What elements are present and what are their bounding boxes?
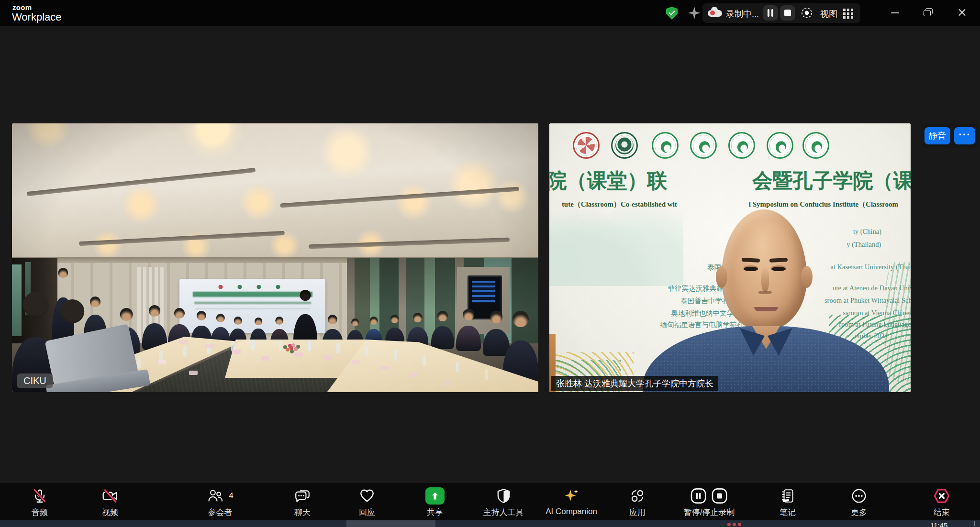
participant-name-label: CIKU — [17, 373, 53, 388]
participants-label: 参会者 — [208, 507, 233, 518]
apps-button[interactable]: 应用 — [629, 487, 646, 518]
participant-name-label: 张胜林 达沃雅典耀大学孔子学院中方院长 — [551, 376, 718, 391]
place-cards-decor — [261, 356, 269, 361]
confucius-institute-logo — [652, 132, 679, 159]
video-tile-conference-room[interactable]: CIKU — [12, 123, 538, 392]
close-button[interactable] — [953, 6, 972, 20]
chat-icon — [294, 487, 311, 505]
gallery-grid-icon[interactable] — [843, 9, 846, 11]
minimize-button[interactable] — [886, 6, 905, 20]
more-ellipsis-icon — [851, 487, 867, 505]
more-label: 更多 — [851, 507, 867, 518]
ai-companion-label: AI Companion — [546, 507, 597, 516]
reactions-label: 回应 — [359, 507, 375, 518]
banner-logo-row — [549, 132, 911, 161]
banner-date-right: ember 2024 — [855, 332, 888, 341]
record-indicator-icon[interactable] — [800, 6, 813, 20]
attendee — [431, 311, 454, 349]
banner-line-en: room at Fuxing Language and Chinese Clas… — [839, 320, 911, 329]
participants-icon — [207, 488, 224, 504]
video-tile-speaker[interactable]: 建孔子学院（课堂）联 会暨孔子学院（课堂）特色 tute（Classroom）C… — [549, 123, 911, 392]
speaker-mouth — [754, 307, 778, 311]
os-taskbar[interactable]: 11:45 — [0, 520, 980, 527]
participants-count-badge: 4 — [229, 491, 233, 501]
chat-button[interactable]: 聊天 — [294, 487, 311, 518]
university-logo-green — [611, 132, 638, 159]
audio-button[interactable]: 音频 — [32, 487, 48, 518]
maximize-button[interactable] — [919, 6, 938, 20]
banner-line-en: sroom at Phuket Wittayalai School (Thail… — [824, 296, 911, 306]
heart-reaction-icon — [359, 487, 375, 505]
participant-more-options-button[interactable]: ··· — [954, 127, 975, 144]
chat-label: 聊天 — [294, 507, 311, 518]
confucius-institute-logo — [767, 132, 793, 159]
video-button[interactable]: 视频 — [101, 487, 119, 518]
confucius-institute-logo — [802, 132, 829, 159]
share-button[interactable]: 共享 — [425, 487, 445, 518]
notes-label: 笔记 — [780, 507, 796, 518]
pause-recording-icon — [690, 487, 707, 505]
reactions-button[interactable]: 回应 — [359, 487, 375, 518]
banner-line-en: ute at Ateneo de Davao University(Philip… — [833, 284, 911, 293]
banner-title: 建孔子学院（课堂）联 会暨孔子学院（课堂）特色 — [549, 167, 911, 194]
end-meeting-label: 结束 — [934, 507, 950, 518]
stop-icon — [784, 10, 791, 16]
flower-centerpiece-decor — [290, 346, 293, 350]
apps-label: 应用 — [629, 507, 646, 518]
host-tools-button[interactable]: 主持人工具 — [483, 487, 524, 518]
ai-sparkle-icon[interactable] — [688, 7, 701, 19]
taskbar-active-app-highlight — [346, 520, 435, 527]
pause-stop-recording-button[interactable]: 暂停/停止录制 — [684, 487, 735, 518]
zoom-meeting-window: zoom Workplace 录制中... 视图 — [0, 0, 980, 527]
view-menu[interactable]: 视图 — [820, 8, 837, 20]
banner-subtitle: tute（Classroom）Co-established wit l Symp… — [549, 200, 911, 209]
recording-status-text: 录制中... — [726, 8, 759, 20]
stop-recording-button[interactable] — [780, 5, 795, 21]
confucius-institute-logo — [690, 132, 717, 159]
pause-icon — [768, 9, 769, 17]
video-label: 视频 — [102, 507, 118, 518]
attendee — [456, 309, 481, 351]
title-bar: zoom Workplace 录制中... 视图 — [0, 0, 980, 26]
banner-title-left: 建孔子学院（课堂）联 — [549, 167, 668, 194]
speaker-nose — [761, 267, 769, 292]
water-bottles-decor — [251, 340, 255, 350]
more-button[interactable]: 更多 — [851, 487, 867, 518]
host-tools-label: 主持人工具 — [483, 507, 524, 518]
university-logo-red — [573, 132, 600, 159]
attendee — [142, 305, 167, 350]
ai-companion-button[interactable]: AI Companion — [546, 487, 597, 516]
recording-controls-label: 暂停/停止录制 — [684, 507, 735, 518]
security-shield-icon[interactable] — [666, 7, 678, 20]
taskbar-divider — [974, 521, 975, 526]
share-label: 共享 — [427, 507, 443, 518]
mic-muted-icon — [32, 487, 48, 505]
audio-label: 音频 — [32, 507, 48, 518]
end-meeting-button[interactable]: 结束 — [933, 487, 951, 518]
banner-line-en: ssroom at Vienna Chinese School(Austria) — [843, 309, 911, 318]
speaker-eye — [744, 267, 758, 271]
banner-line-en: y (Thailand) — [846, 241, 881, 250]
banner-line-en: at Kasetsart University (Thailand) — [830, 263, 911, 272]
notes-button[interactable]: 笔记 — [780, 487, 796, 518]
taskbar-clock: 11:45 — [930, 521, 947, 527]
stop-recording-icon — [711, 487, 728, 505]
banner-subtitle-left: tute（Classroom）Co-established wit — [562, 200, 677, 209]
share-screen-icon — [425, 487, 445, 505]
zoom-logo: zoom — [12, 3, 32, 11]
speaker-nose-shadow — [758, 291, 772, 294]
ai-companion-sparkle-icon — [563, 487, 580, 505]
participants-button[interactable]: 4 参会者 — [207, 487, 233, 518]
confucius-institute-logo — [728, 132, 755, 159]
mute-participant-button[interactable]: 静音 — [924, 127, 950, 144]
camera-muted-icon — [101, 487, 119, 505]
notes-icon — [780, 487, 796, 505]
banner-line-en: ty (China) — [853, 228, 881, 237]
workplace-logo: Workplace — [12, 11, 62, 23]
pause-recording-button[interactable] — [763, 5, 778, 21]
banner-subtitle-right: l Symposium on Confucius Institute（Class… — [749, 200, 898, 209]
apps-icon — [629, 487, 646, 505]
meeting-toolbar: 音频 视频 — [0, 483, 980, 520]
host-tools-shield-icon — [495, 487, 512, 505]
cloud-recording-icon — [708, 10, 722, 17]
